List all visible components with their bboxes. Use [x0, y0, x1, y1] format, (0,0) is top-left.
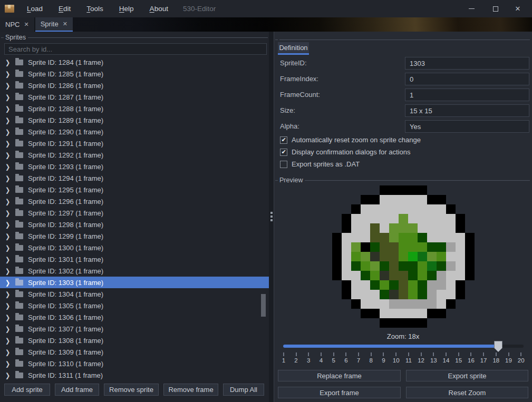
sprite-pixel [370, 223, 380, 233]
sprite-list-item[interactable]: ❯Sprite ID: 1285 (1 frame) [0, 68, 269, 80]
sprite-list-item[interactable]: ❯Sprite ID: 1298 (1 frame) [0, 219, 269, 230]
sprite-list-item[interactable]: ❯Sprite ID: 1299 (1 frame) [0, 230, 269, 242]
export-frame-button[interactable]: Export frame [278, 387, 401, 398]
sprite-pixel [351, 195, 361, 204]
maximize-button[interactable] [483, 0, 508, 17]
checkbox-row[interactable]: ✔Automatically reset zoom on sprite chan… [280, 136, 421, 144]
sprite-list-item[interactable]: ❯Sprite ID: 1290 (1 frame) [0, 126, 269, 138]
sprite-list-item[interactable]: ❯Sprite ID: 1306 (1 frame) [0, 311, 269, 323]
tick-label: 16 [468, 357, 475, 364]
sprite-list-item[interactable]: ❯Sprite ID: 1287 (1 frame) [0, 91, 269, 103]
checkbox-unchecked-icon[interactable] [280, 161, 287, 168]
search-input[interactable] [4, 43, 267, 55]
sprite-pixel [427, 280, 437, 290]
sprite-pixel [361, 318, 370, 328]
sprite-list-item[interactable]: ❯Sprite ID: 1307 (1 frame) [0, 323, 269, 335]
checkbox-checked-icon[interactable]: ✔ [280, 149, 287, 156]
tab-sprite[interactable]: Sprite ✕ [35, 17, 73, 32]
sprite-list-item[interactable]: ❯Sprite ID: 1284 (1 frame) [0, 56, 269, 68]
sprite-list-item[interactable]: ❯Sprite ID: 1293 (1 frame) [0, 161, 269, 172]
sprite-item-label: Sprite ID: 1293 (1 frame) [28, 163, 103, 171]
sprite-pixel [437, 318, 446, 328]
dump-all-button[interactable]: Dump All [223, 384, 264, 396]
sprite-list-item[interactable]: ❯Sprite ID: 1295 (1 frame) [0, 184, 269, 195]
field-input-frameindex[interactable] [405, 73, 529, 85]
checkbox-row[interactable]: ✔Display confirmation dialogs for action… [280, 148, 410, 156]
sprite-pixel [342, 280, 351, 290]
sprite-list-item[interactable]: ❯Sprite ID: 1305 (1 frame) [0, 300, 269, 311]
close-icon[interactable]: ✕ [63, 21, 67, 27]
checkbox-checked-icon[interactable]: ✔ [280, 136, 287, 144]
chevron-right-icon: ❯ [5, 140, 12, 148]
sprite-pixel [408, 309, 418, 318]
remove-frame-button[interactable]: Remove frame [163, 384, 218, 396]
panel-splitter[interactable] [269, 32, 274, 402]
tab-npc[interactable]: NPC ✕ [0, 17, 34, 32]
add-frame-button[interactable]: Add frame [55, 384, 99, 396]
sprite-pixel [389, 214, 399, 223]
close-icon[interactable]: ✕ [24, 21, 28, 28]
sprite-pixel [456, 299, 465, 309]
menu-item-about[interactable]: About [142, 0, 176, 17]
field-input-alpha[interactable] [405, 120, 529, 133]
sprite-list-item[interactable]: ❯Sprite ID: 1302 (1 frame) [0, 265, 269, 277]
sprite-list-item[interactable]: ❯Sprite ID: 1294 (1 frame) [0, 172, 269, 184]
sprite-list-item[interactable]: ❯Sprite ID: 1288 (1 frame) [0, 103, 269, 114]
field-input-framecount[interactable] [405, 89, 529, 101]
zoom-slider[interactable] [283, 341, 524, 352]
sprite-pixel [427, 214, 437, 223]
sprite-list-item[interactable]: ❯Sprite ID: 1292 (1 frame) [0, 149, 269, 161]
minimize-button[interactable] [459, 0, 483, 17]
sprite-list-item[interactable]: ❯Sprite ID: 1300 (1 frame) [0, 242, 269, 253]
sprite-pixel [370, 299, 380, 309]
menu-item-tools[interactable]: Tools [79, 0, 111, 17]
menu-item-edit[interactable]: Edit [51, 0, 79, 17]
scrollbar-thumb[interactable] [261, 294, 266, 317]
sprite-list-item[interactable]: ❯Sprite ID: 1304 (1 frame) [0, 288, 269, 300]
sprite-list-item[interactable]: ❯Sprite ID: 1303 (1 frame) [0, 277, 269, 288]
sprite-list-item[interactable]: ❯Sprite ID: 1301 (1 frame) [0, 253, 269, 265]
tab-definition[interactable]: Definition [278, 42, 309, 55]
field-input-spriteid[interactable] [405, 57, 529, 70]
remove-sprite-button[interactable]: Remove sprite [104, 384, 159, 396]
sprite-list-item[interactable]: ❯Sprite ID: 1289 (1 frame) [0, 114, 269, 126]
sprite-list-item[interactable]: ❯Sprite ID: 1286 (1 frame) [0, 80, 269, 91]
sprite-list-item[interactable]: ❯Sprite ID: 1296 (1 frame) [0, 195, 269, 207]
slider-fill [283, 345, 498, 348]
sprite-list-item[interactable]: ❯Sprite ID: 1291 (1 frame) [0, 138, 269, 149]
menu-item-help[interactable]: Help [111, 0, 142, 17]
close-button[interactable]: ✕ [508, 0, 532, 17]
replace-frame-button[interactable]: Replace frame [278, 370, 401, 381]
export-sprite-button[interactable]: Export sprite [406, 370, 528, 381]
sprite-list: ❯Sprite ID: 1284 (1 frame)❯Sprite ID: 12… [0, 56, 269, 381]
menu-item-load[interactable]: Load [19, 0, 51, 17]
slider-tick: 17 [477, 352, 490, 364]
sprites-group-label: Sprites [5, 34, 28, 41]
sprite-list-item[interactable]: ❯Sprite ID: 1311 (1 frame) [0, 369, 269, 381]
sprite-list-item[interactable]: ❯Sprite ID: 1309 (1 frame) [0, 346, 269, 358]
sprite-pixel [370, 233, 380, 242]
slider-tick: 7 [352, 352, 365, 364]
sprites-group-header: Sprites [1, 34, 268, 41]
field-input-size[interactable] [405, 104, 529, 117]
reset-zoom-button[interactable]: Reset Zoom [406, 387, 528, 398]
add-sprite-button[interactable]: Add sprite [4, 384, 50, 396]
slider-thumb[interactable] [494, 341, 502, 352]
slider-track[interactable] [283, 345, 524, 348]
sprite-pixel [456, 261, 465, 271]
tick-label: 13 [430, 357, 437, 364]
sprite-list-item[interactable]: ❯Sprite ID: 1310 (1 frame) [0, 358, 269, 369]
sprite-list-item[interactable]: ❯Sprite ID: 1308 (1 frame) [0, 335, 269, 346]
sprite-pixel [437, 204, 446, 214]
folder-icon [15, 152, 23, 158]
chevron-right-icon: ❯ [5, 105, 12, 113]
folder-icon [15, 199, 23, 204]
tick-mark [421, 352, 422, 356]
sprite-pixel [342, 185, 351, 195]
sprite-list-item[interactable]: ❯Sprite ID: 1297 (1 frame) [0, 207, 269, 219]
checkbox-row[interactable]: Export sprites as .DAT [280, 160, 360, 168]
chevron-right-icon: ❯ [5, 348, 12, 356]
tick-mark [496, 352, 497, 356]
sprite-pixel [332, 318, 342, 328]
sprite-pixel [361, 214, 370, 223]
